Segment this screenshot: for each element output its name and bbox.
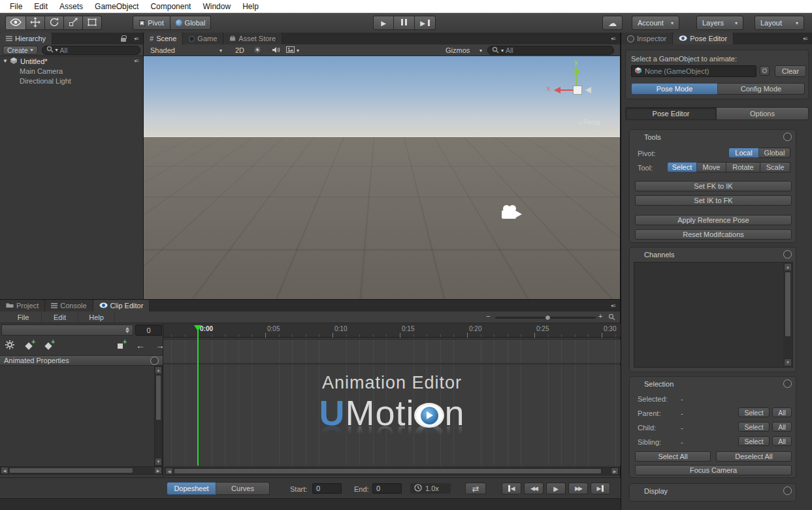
scroll-left-icon[interactable]: ◀ [1, 467, 8, 474]
add-event-button[interactable]: + [112, 340, 129, 351]
tool-move-button[interactable]: Move [697, 162, 726, 172]
scene-viewport[interactable]: y x ◃ Persp [144, 56, 620, 299]
clip-menu-help[interactable]: Help [78, 311, 115, 323]
sibling-all-button[interactable]: All [772, 436, 792, 446]
foldout-icon[interactable]: ▼ [3, 58, 10, 64]
orientation-gizmo[interactable]: y x [548, 60, 604, 125]
parent-all-button[interactable]: All [772, 407, 792, 417]
tree-item-directional-light[interactable]: Directional Light [0, 76, 143, 86]
keyframe-track[interactable] [163, 339, 621, 364]
display-info-button[interactable] [783, 486, 792, 495]
prev-keyframe-button[interactable]: ← [132, 340, 149, 351]
tab-hierarchy[interactable]: Hierarchy [0, 33, 52, 44]
play-button[interactable]: ▶ [373, 16, 394, 30]
timeline-ruler[interactable]: 0:00 0:05 0:10 0:15 0:20 0:25 0:30 [163, 323, 621, 338]
last-frame-button[interactable]: ▶ [591, 483, 610, 494]
scrollbar-thumb[interactable] [174, 468, 602, 474]
tool-rotate-button[interactable]: Rotate [726, 162, 760, 172]
scene-search-input[interactable]: ▾ All [487, 46, 614, 55]
menu-gameobject[interactable]: GameObject [89, 0, 144, 13]
step-button[interactable]: ▶ [415, 16, 436, 30]
hierarchy-search-input[interactable]: ▾ All [42, 46, 140, 55]
tab-dopesheet[interactable]: Dopesheet [167, 482, 216, 495]
clip-menu-edit[interactable]: Edit [42, 311, 78, 323]
effects-dropdown[interactable]: ▾ [286, 46, 308, 55]
set-fk-to-ik-button[interactable]: Set FK to IK [635, 181, 792, 191]
cloud-button[interactable]: ☁ [602, 16, 623, 30]
tab-inspector[interactable]: Inspector [621, 33, 673, 44]
account-dropdown[interactable]: Account ▾ [632, 16, 679, 30]
clip-select-dropdown[interactable] [1, 325, 133, 336]
tool-select-button[interactable]: Select [667, 162, 697, 172]
focus-camera-button[interactable]: Focus Camera [635, 465, 792, 475]
frame-field[interactable]: 0 [135, 325, 162, 336]
tools-info-button[interactable] [783, 133, 792, 141]
scrollbar-thumb[interactable] [785, 272, 791, 337]
scroll-left-icon[interactable]: ◀ [165, 468, 173, 475]
tree-item-main-camera[interactable]: Main Camera [0, 66, 143, 76]
menu-component[interactable]: Component [144, 0, 197, 13]
scroll-down-icon[interactable]: ▼ [155, 458, 162, 466]
tab-game[interactable]: Game [183, 33, 223, 44]
scroll-right-icon[interactable]: ▶ [611, 468, 619, 475]
start-field[interactable]: 0 [312, 483, 342, 494]
rewind-button[interactable]: ◀◀ [524, 483, 544, 494]
gizmos-dropdown[interactable]: Gizmos ▾ [443, 45, 485, 56]
reset-modifications-button[interactable]: Reset Modifcations [635, 229, 792, 240]
move-tool-button[interactable] [26, 16, 45, 30]
menu-help[interactable]: Help [236, 0, 265, 13]
properties-hscrollbar[interactable]: ◀ ▶ [0, 466, 163, 475]
camera-gizmo[interactable] [502, 205, 524, 222]
pane-menu-icon[interactable]: ▾≡ [134, 36, 138, 42]
parent-select-button[interactable]: Select [738, 407, 770, 417]
zoom-slider-thumb[interactable] [545, 315, 551, 321]
play-button[interactable]: ▶ [546, 483, 566, 494]
tab-console[interactable]: Console [45, 300, 93, 311]
lighting-toggle[interactable]: ☀ [250, 44, 265, 56]
view-tool-button[interactable] [5, 16, 26, 30]
search-button[interactable] [608, 313, 615, 322]
scroll-up-icon[interactable]: ▲ [784, 263, 792, 271]
settings-button[interactable] [1, 340, 18, 351]
zoom-out-button[interactable]: − [486, 312, 490, 320]
pivot-local-button[interactable]: Local [728, 148, 759, 158]
pivot-button[interactable]: Pivot [133, 16, 171, 30]
tool-scale-button[interactable]: Scale [760, 162, 790, 172]
dopesheet-area[interactable]: Animation Editor UMotin [163, 365, 621, 466]
global-button[interactable]: Global [171, 16, 211, 30]
tab-scene[interactable]: # Scene [144, 33, 183, 44]
pane-menu-icon[interactable]: ▾≡ [611, 303, 615, 309]
subtab-pose-editor[interactable]: Pose Editor [625, 107, 717, 120]
shading-dropdown[interactable]: Shaded ▾ [148, 45, 225, 56]
axis-x-arrow[interactable] [554, 87, 560, 93]
tab-curves[interactable]: Curves [216, 482, 270, 495]
2d-toggle[interactable]: 2D [231, 45, 248, 56]
audio-toggle[interactable] [268, 46, 284, 55]
layout-dropdown[interactable]: Layout ▾ [755, 16, 804, 30]
pane-menu-icon[interactable]: ▾≡ [134, 58, 138, 64]
clip-menu-file[interactable]: File [5, 311, 42, 323]
child-all-button[interactable]: All [772, 422, 792, 432]
scale-tool-button[interactable] [64, 16, 83, 30]
deselect-all-button[interactable]: Deselect All [716, 451, 792, 462]
scroll-right-icon[interactable]: ▶ [154, 467, 162, 474]
loop-toggle[interactable]: ⇄ [465, 483, 486, 494]
add-keyframe-button[interactable]: + [21, 340, 38, 351]
properties-vscrollbar[interactable]: ▲ ▼ [154, 366, 163, 466]
playback-speed-control[interactable]: 1.0x [410, 483, 451, 494]
pane-menu-icon[interactable]: ▾≡ [611, 36, 615, 42]
gameobject-field[interactable]: None (GameObject) [631, 65, 756, 77]
playhead-line[interactable] [197, 330, 199, 466]
apply-reference-pose-button[interactable]: Apply Reference Pose [635, 215, 792, 225]
channels-vscrollbar[interactable]: ▲ ▼ [783, 263, 792, 366]
end-field[interactable]: 0 [372, 483, 402, 494]
clear-button[interactable]: Clear [775, 65, 806, 77]
sibling-select-button[interactable]: Select [738, 436, 770, 446]
pivot-global-button[interactable]: Global [759, 148, 790, 158]
menu-assets[interactable]: Assets [54, 0, 89, 13]
scrollbar-thumb[interactable] [155, 375, 161, 421]
tab-asset-store[interactable]: Asset Store [223, 33, 282, 44]
pause-button[interactable] [394, 16, 415, 30]
tab-clip-editor[interactable]: Clip Editor [93, 300, 150, 311]
object-picker-button[interactable] [760, 66, 770, 76]
